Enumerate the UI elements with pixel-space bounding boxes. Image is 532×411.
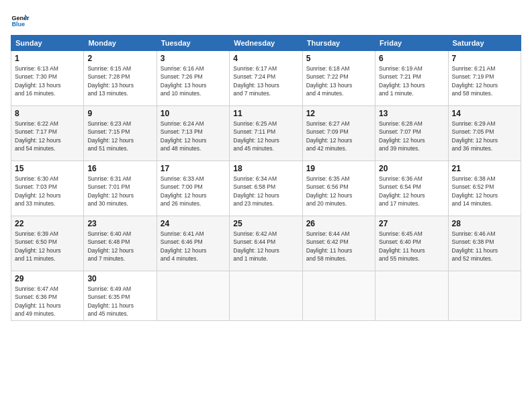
day-number: 4	[233, 54, 298, 63]
calendar-cell: 24Sunrise: 6:41 AM Sunset: 6:46 PM Dayli…	[157, 216, 229, 271]
day-info: Sunrise: 6:35 AM Sunset: 6:56 PM Dayligh…	[306, 175, 371, 208]
calendar-cell	[230, 271, 302, 321]
calendar-cell: 19Sunrise: 6:35 AM Sunset: 6:56 PM Dayli…	[302, 161, 375, 216]
calendar-cell: 10Sunrise: 6:24 AM Sunset: 7:13 PM Dayli…	[157, 106, 229, 161]
day-info: Sunrise: 6:15 AM Sunset: 7:28 PM Dayligh…	[87, 64, 152, 97]
day-number: 6	[379, 54, 444, 63]
calendar-cell: 23Sunrise: 6:40 AM Sunset: 6:48 PM Dayli…	[84, 216, 157, 271]
day-header-friday: Friday	[375, 36, 448, 51]
day-number: 14	[452, 109, 517, 118]
day-info: Sunrise: 6:31 AM Sunset: 7:01 PM Dayligh…	[87, 175, 152, 208]
calendar-cell: 28Sunrise: 6:46 AM Sunset: 6:38 PM Dayli…	[448, 216, 521, 271]
day-header-thursday: Thursday	[302, 36, 375, 51]
calendar-cell	[157, 271, 229, 321]
day-info: Sunrise: 6:47 AM Sunset: 6:36 PM Dayligh…	[15, 285, 80, 318]
header: General Blue	[11, 11, 521, 30]
calendar-cell: 16Sunrise: 6:31 AM Sunset: 7:01 PM Dayli…	[84, 161, 157, 216]
day-number: 23	[87, 219, 152, 228]
day-header-wednesday: Wednesday	[230, 36, 302, 51]
calendar-cell: 26Sunrise: 6:44 AM Sunset: 6:42 PM Dayli…	[302, 216, 375, 271]
calendar-cell: 8Sunrise: 6:22 AM Sunset: 7:17 PM Daylig…	[11, 106, 84, 161]
week-row-5: 29Sunrise: 6:47 AM Sunset: 6:36 PM Dayli…	[11, 271, 521, 321]
day-info: Sunrise: 6:40 AM Sunset: 6:48 PM Dayligh…	[87, 230, 152, 263]
calendar-body: 1Sunrise: 6:13 AM Sunset: 7:30 PM Daylig…	[11, 51, 521, 321]
day-info: Sunrise: 6:36 AM Sunset: 6:54 PM Dayligh…	[379, 175, 444, 208]
calendar-cell: 7Sunrise: 6:21 AM Sunset: 7:19 PM Daylig…	[448, 51, 521, 106]
day-number: 11	[233, 109, 298, 118]
calendar-cell: 29Sunrise: 6:47 AM Sunset: 6:36 PM Dayli…	[11, 271, 84, 321]
day-header-sunday: Sunday	[11, 36, 84, 51]
day-info: Sunrise: 6:28 AM Sunset: 7:07 PM Dayligh…	[379, 120, 444, 152]
calendar-cell: 15Sunrise: 6:30 AM Sunset: 7:03 PM Dayli…	[11, 161, 84, 216]
calendar-cell: 20Sunrise: 6:36 AM Sunset: 6:54 PM Dayli…	[375, 161, 448, 216]
day-info: Sunrise: 6:30 AM Sunset: 7:03 PM Dayligh…	[15, 175, 80, 208]
calendar-cell	[302, 271, 375, 321]
day-info: Sunrise: 6:21 AM Sunset: 7:19 PM Dayligh…	[452, 64, 517, 97]
day-info: Sunrise: 6:39 AM Sunset: 6:50 PM Dayligh…	[15, 230, 80, 263]
svg-text:Blue: Blue	[11, 21, 25, 28]
calendar-cell: 27Sunrise: 6:45 AM Sunset: 6:40 PM Dayli…	[375, 216, 448, 271]
day-number: 13	[379, 109, 444, 118]
day-info: Sunrise: 6:24 AM Sunset: 7:13 PM Dayligh…	[161, 120, 226, 152]
day-number: 7	[452, 54, 517, 63]
week-row-4: 22Sunrise: 6:39 AM Sunset: 6:50 PM Dayli…	[11, 216, 521, 271]
day-header-saturday: Saturday	[448, 36, 521, 51]
day-number: 24	[161, 219, 226, 228]
day-number: 22	[15, 219, 80, 228]
day-number: 21	[452, 164, 517, 173]
day-info: Sunrise: 6:46 AM Sunset: 6:38 PM Dayligh…	[452, 230, 517, 263]
day-number: 27	[379, 219, 444, 228]
day-header-monday: Monday	[84, 36, 157, 51]
calendar-header: SundayMondayTuesdayWednesdayThursdayFrid…	[11, 36, 521, 51]
calendar-cell: 4Sunrise: 6:17 AM Sunset: 7:24 PM Daylig…	[230, 51, 302, 106]
day-info: Sunrise: 6:16 AM Sunset: 7:26 PM Dayligh…	[161, 64, 226, 97]
calendar-cell: 5Sunrise: 6:18 AM Sunset: 7:22 PM Daylig…	[302, 51, 375, 106]
day-info: Sunrise: 6:41 AM Sunset: 6:46 PM Dayligh…	[161, 230, 226, 263]
logo: General Blue	[11, 11, 32, 30]
day-number: 5	[306, 54, 371, 63]
calendar-cell: 1Sunrise: 6:13 AM Sunset: 7:30 PM Daylig…	[11, 51, 84, 106]
page: General Blue SundayMondayTuesdayWednesda…	[0, 0, 532, 411]
day-info: Sunrise: 6:22 AM Sunset: 7:17 PM Dayligh…	[15, 120, 80, 152]
day-info: Sunrise: 6:18 AM Sunset: 7:22 PM Dayligh…	[306, 64, 371, 97]
calendar-cell: 13Sunrise: 6:28 AM Sunset: 7:07 PM Dayli…	[375, 106, 448, 161]
day-number: 25	[233, 219, 298, 228]
calendar-cell: 12Sunrise: 6:27 AM Sunset: 7:09 PM Dayli…	[302, 106, 375, 161]
day-number: 30	[87, 274, 152, 283]
calendar-cell: 21Sunrise: 6:38 AM Sunset: 6:52 PM Dayli…	[448, 161, 521, 216]
day-number: 16	[87, 164, 152, 173]
header-row: SundayMondayTuesdayWednesdayThursdayFrid…	[11, 36, 521, 51]
day-info: Sunrise: 6:33 AM Sunset: 7:00 PM Dayligh…	[161, 175, 226, 208]
calendar-cell: 2Sunrise: 6:15 AM Sunset: 7:28 PM Daylig…	[84, 51, 157, 106]
calendar-table: SundayMondayTuesdayWednesdayThursdayFrid…	[11, 35, 521, 321]
day-number: 20	[379, 164, 444, 173]
day-number: 9	[87, 109, 152, 118]
day-number: 10	[161, 109, 226, 118]
day-info: Sunrise: 6:38 AM Sunset: 6:52 PM Dayligh…	[452, 175, 517, 208]
day-info: Sunrise: 6:45 AM Sunset: 6:40 PM Dayligh…	[379, 230, 444, 263]
calendar-cell: 22Sunrise: 6:39 AM Sunset: 6:50 PM Dayli…	[11, 216, 84, 271]
calendar-cell: 17Sunrise: 6:33 AM Sunset: 7:00 PM Dayli…	[157, 161, 229, 216]
day-number: 18	[233, 164, 298, 173]
day-number: 12	[306, 109, 371, 118]
day-number: 15	[15, 164, 80, 173]
day-number: 3	[161, 54, 226, 63]
calendar-cell: 11Sunrise: 6:25 AM Sunset: 7:11 PM Dayli…	[230, 106, 302, 161]
day-info: Sunrise: 6:44 AM Sunset: 6:42 PM Dayligh…	[306, 230, 371, 263]
calendar-cell: 9Sunrise: 6:23 AM Sunset: 7:15 PM Daylig…	[84, 106, 157, 161]
calendar-cell: 6Sunrise: 6:19 AM Sunset: 7:21 PM Daylig…	[375, 51, 448, 106]
day-info: Sunrise: 6:13 AM Sunset: 7:30 PM Dayligh…	[15, 64, 80, 97]
calendar-cell: 3Sunrise: 6:16 AM Sunset: 7:26 PM Daylig…	[157, 51, 229, 106]
day-info: Sunrise: 6:42 AM Sunset: 6:44 PM Dayligh…	[233, 230, 298, 263]
day-info: Sunrise: 6:29 AM Sunset: 7:05 PM Dayligh…	[452, 120, 517, 152]
calendar-cell: 14Sunrise: 6:29 AM Sunset: 7:05 PM Dayli…	[448, 106, 521, 161]
calendar-cell: 18Sunrise: 6:34 AM Sunset: 6:58 PM Dayli…	[230, 161, 302, 216]
day-info: Sunrise: 6:19 AM Sunset: 7:21 PM Dayligh…	[379, 64, 444, 97]
logo-icon: General Blue	[11, 11, 30, 30]
day-number: 2	[87, 54, 152, 63]
day-header-tuesday: Tuesday	[157, 36, 229, 51]
calendar-cell	[448, 271, 521, 321]
calendar-cell: 30Sunrise: 6:49 AM Sunset: 6:35 PM Dayli…	[84, 271, 157, 321]
day-number: 29	[15, 274, 80, 283]
calendar-cell	[375, 271, 448, 321]
